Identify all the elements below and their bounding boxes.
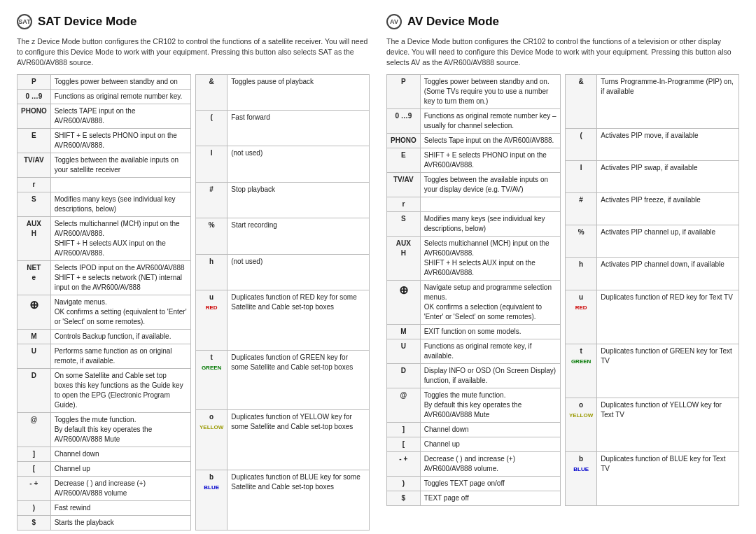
desc-cell: Display INFO or OSD (On Screen Display) … [420,363,560,388]
desc-cell: Functions as original remote key, if ava… [420,339,560,363]
table-row: ESHIFT + E selects PHONO input on the AV… [387,148,561,172]
av-title: AV Device Mode [407,15,499,29]
table-row: SModifies many keys (see individual key … [387,211,561,236]
desc-cell: Activates PIP swap, if available [597,160,739,192]
key-cell: S [387,211,421,236]
page-container: SAT SAT Device Mode The z Device Mode bu… [17,14,739,531]
key-cell: & [196,74,227,110]
table-row: MEXIT function on some models. [387,324,561,339]
sat-tables: PToggles power between standby and on0 …… [17,74,370,531]
key-cell: uRED [196,290,227,351]
key-cell: P [18,74,51,89]
key-cell: uRED [566,290,597,344]
table-row: uREDDuplicates function of RED key for s… [196,290,370,351]
desc-cell: Duplicates function of YELLOW key for so… [227,410,370,470]
desc-cell: Activates PIP channel down, if available [597,258,739,290]
desc-cell: Functions as original remote number key … [420,108,560,133]
table-row: ⊕Navigate menus.OK confirms a setting (e… [18,295,191,329]
table-row: #Stop playback [196,182,370,218]
desc-cell: Toggles TEXT page on/off [420,476,560,491]
key-cell: TV/AV [387,172,421,197]
sat-header: SAT SAT Device Mode [17,14,370,29]
table-row: - +Decrease ( ) and increase (+) AVR600/… [387,451,561,476]
key-cell: % [566,225,597,258]
key-cell: ] [387,422,421,437]
key-cell: @ [387,388,421,422]
key-cell: tGREEN [566,344,597,398]
table-row: r [18,177,191,192]
table-row: IActivates PIP swap, if available [566,160,739,192]
table-row: NETeSelects IPOD input on the AVR600/AV8… [18,260,191,295]
key-cell: U [387,339,421,363]
desc-cell: Stop playback [227,182,370,218]
key-cell: oYELLOW [196,410,227,470]
table-row: (Activates PIP move, if available [566,128,739,160]
key-cell: ) [18,500,51,515]
desc-cell: Navigate menus.OK confirms a setting (eq… [50,295,190,329]
key-cell: @ [18,412,51,447]
desc-cell: Activates PIP freeze, if available [597,193,739,225]
av-desc: The a Device Mode button configures the … [386,36,739,69]
desc-cell: Toggles power between standby and on [50,74,190,89]
desc-cell: Channel down [50,447,190,461]
key-cell: [ [387,437,421,451]
table-row: uREDDuplicates function of RED key for T… [566,290,739,344]
key-cell: r [18,177,51,192]
desc-cell: Duplicates function of BLUE key for some… [227,470,370,530]
table-row: bBLUEDuplicates function of BLUE key for… [566,451,739,505]
key-cell: AUXH [18,216,51,260]
desc-cell: Modifies many keys (see individual key d… [420,211,560,236]
table-row: [Channel up [18,461,191,476]
desc-cell: Modifies many keys (see individual key d… [50,192,190,216]
key-cell: M [387,324,421,339]
key-cell: oYELLOW [566,398,597,451]
desc-cell: Decrease ( ) and increase (+) AVR600/AV8… [420,451,560,476]
key-cell: TV/AV [18,153,51,177]
key-cell: P [387,74,421,108]
key-cell: I [566,160,597,192]
sat-title: SAT Device Mode [38,15,136,29]
table-row: #Activates PIP freeze, if available [566,193,739,225]
desc-cell: Duplicates function of BLUE key for Text… [597,451,739,505]
desc-cell: Performs same function as on original re… [50,344,190,368]
desc-cell: Duplicates function of GREEN key for som… [227,350,370,410]
key-cell: bBLUE [566,451,597,505]
key-cell: E [18,128,51,153]
key-cell: [ [18,461,51,476]
table-row: oYELLOWDuplicates function of YELLOW key… [196,410,370,470]
table-row: UPerforms same function as on original r… [18,344,191,368]
key-cell: # [566,193,597,225]
table-row: AUXHSelects multichannel (MCH) input on … [387,236,561,280]
desc-cell: Toggles the mute function.By default thi… [50,412,190,447]
desc-cell: Navigate setup and programme selection m… [420,280,560,324]
av-left-table: PToggles power between standby and on. (… [386,74,561,506]
desc-cell: SHIFT + E selects PHONO input on the AVR… [50,128,190,153]
table-row: tGREENDuplicates function of GREEN key f… [196,350,370,410]
table-row: DDisplay INFO or OSD (On Screen Display)… [387,363,561,388]
desc-cell: EXIT function on some models. [420,324,560,339]
key-cell: h [196,254,227,290]
desc-cell: TEXT page off [420,491,560,505]
desc-cell [50,177,190,192]
desc-cell: Duplicates function of YELLOW key for Te… [597,398,739,451]
table-row: I(not used) [196,146,370,182]
table-row: [Channel up [387,437,561,451]
table-row: hActivates PIP channel down, if availabl… [566,258,739,290]
desc-cell: On some Satellite and Cable set top boxe… [50,368,190,412]
key-cell: AUXH [387,236,421,280]
table-row: @Toggles the mute function.By default th… [387,388,561,422]
sat-left-table: PToggles power between standby and on0 …… [17,74,191,531]
desc-cell: Channel up [420,437,560,451]
desc-cell: Selects TAPE input on the AVR600/AV888. [50,104,190,128]
key-cell: E [387,148,421,172]
sat-column: SAT SAT Device Mode The z Device Mode bu… [17,14,370,531]
key-cell: S [18,192,51,216]
key-cell: 0 …9 [18,89,51,104]
desc-cell: Functions as original remote number key. [50,89,190,104]
key-cell: - + [387,451,421,476]
av-right-table: &Turns Programme-In-Programme (PIP) on, … [565,74,739,506]
key-cell: ⊕ [387,280,421,324]
desc-cell: (not used) [227,254,370,290]
table-row: oYELLOWDuplicates function of YELLOW key… [566,398,739,451]
sat-right-table: &Toggles pause of playback(Fast forwardI… [195,74,370,531]
